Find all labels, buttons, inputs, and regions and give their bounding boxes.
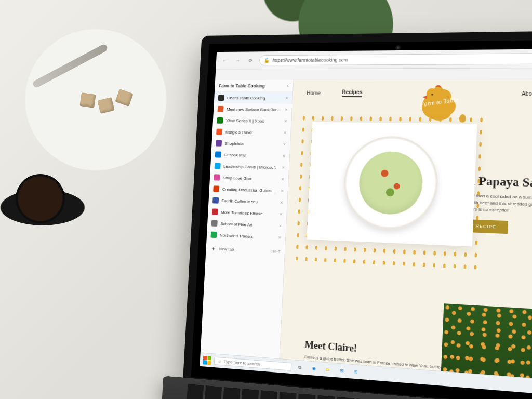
store-taskbar-icon[interactable]: ⊞ [350,366,362,378]
favicon [212,197,219,203]
vertical-tabs-title: Farm to Table Cooking [219,83,265,88]
favicon [218,95,224,101]
tab-label: Xbox Series X | Xbox [226,118,282,123]
new-tab-shortcut: Ctrl+T [270,249,281,254]
close-tab-button[interactable]: × [284,118,287,124]
vertical-tabs-header: Farm to Table Cooking ‹ [215,79,293,92]
vertical-tab-list: Chef's Table Cooking×Meet new Surface Bo… [206,92,292,244]
close-tab-button[interactable]: × [282,165,285,170]
close-tab-button[interactable]: × [279,223,282,229]
close-tab-button[interactable]: × [284,130,287,135]
browser-toolbar: ← → ⟳ 🔒 https://www.farmtotablecooking.c… [216,49,532,70]
tab-label: Shop Love Give [223,175,278,181]
laptop-bezel: ← → ⟳ 🔒 https://www.farmtotablecooking.c… [182,30,532,399]
vertical-tabs-pane: Farm to Table Cooking ‹ Chef's Table Coo… [201,79,294,358]
tab-label: Outlook Mail [224,152,280,158]
hero-image [307,122,477,247]
vertical-tab[interactable]: Margie's Travel× [212,126,291,139]
vertical-tab[interactable]: Meet new Surface Book 3or 13.5"× [214,103,292,115]
secondary-photo [441,303,532,382]
nav-about[interactable]: About [522,90,532,97]
favicon [212,208,218,215]
favicon [214,174,220,180]
tab-label: Northwind Traders [220,233,275,240]
close-tab-button[interactable]: × [285,107,288,112]
screen: ← → ⟳ 🔒 https://www.farmtotablecooking.c… [200,49,532,398]
close-tab-button[interactable]: × [281,188,284,193]
explorer-taskbar-icon[interactable]: 🗀 [322,364,334,376]
favicon [216,140,222,147]
lock-icon: 🔒 [264,58,270,63]
close-tab-button[interactable]: × [280,211,283,217]
vertical-tab[interactable]: Chef's Table Cooking× [214,92,292,104]
search-placeholder: Type here to search [223,359,260,367]
favicon [215,151,221,157]
nav-recipes[interactable]: Recipes [341,89,362,98]
close-tab-button[interactable]: × [283,153,286,158]
tab-label: Margie's Travel [225,129,281,135]
tab-label: Chef's Table Cooking [227,96,283,100]
search-icon: ⌕ [219,358,221,364]
close-tab-button[interactable]: × [281,177,284,182]
nav-home[interactable]: Home [307,90,321,96]
task-view-button[interactable]: ⧉ [295,362,305,374]
collapse-tabs-button[interactable]: ‹ [287,83,289,88]
address-bar[interactable]: 🔒 https://www.farmtotablecooking.com [259,53,532,65]
close-tab-button[interactable]: × [285,96,288,101]
favicon [217,106,223,112]
favicon [216,129,222,135]
back-button[interactable]: ← [220,56,229,65]
mail-taskbar-icon[interactable]: ✉ [336,365,348,377]
favicon [217,117,223,124]
webcam [395,45,401,50]
taskbar-search[interactable]: ⌕ Type here to search [214,357,292,371]
dish-photo [307,122,477,247]
horizontal-tab-strip: Farm to Table Cooking [215,68,532,80]
site-nav: Home Recipes About Contact [292,79,532,109]
new-tab-label: New tab [219,247,234,252]
tab-label: Creating Discussion Guidelines [222,187,278,193]
favicon [210,232,217,238]
coffee-cup-prop [16,174,65,223]
close-tab-button[interactable]: × [278,235,282,240]
tab-label: Meet new Surface Book 3or 13.5" [227,107,282,112]
start-button[interactable] [203,355,211,365]
refresh-button[interactable]: ⟳ [246,56,255,65]
edge-taskbar-icon[interactable]: ◉ [308,363,320,375]
close-tab-button[interactable]: × [283,142,286,147]
tab-label: Leadership Group | Microsoft [223,164,279,170]
favicon [213,185,219,192]
favicon [215,163,221,169]
work-area: Farm to Table Cooking ‹ Chef's Table Coo… [201,79,532,382]
plus-icon: ＋ [210,245,216,253]
tab-label: More Tomatoes Please [221,210,276,217]
url-text: https://www.farmtotablecooking.com [272,57,348,63]
tab-label: Fourth Coffee Menu [221,198,277,205]
tab-label: Shopinista [224,141,280,147]
webpage-content: Home Recipes About Contact [280,79,532,382]
close-tab-button[interactable]: × [280,200,283,205]
laptop: ← → ⟳ 🔒 https://www.farmtotablecooking.c… [182,30,532,399]
sugar-cube [79,92,96,108]
vertical-tab[interactable]: Xbox Series X | Xbox× [212,115,291,127]
vertical-tab[interactable]: Shopinista× [211,137,290,150]
favicon [211,220,218,227]
tab-label: School of Fine Art [220,221,276,228]
forward-button[interactable]: → [233,56,242,65]
